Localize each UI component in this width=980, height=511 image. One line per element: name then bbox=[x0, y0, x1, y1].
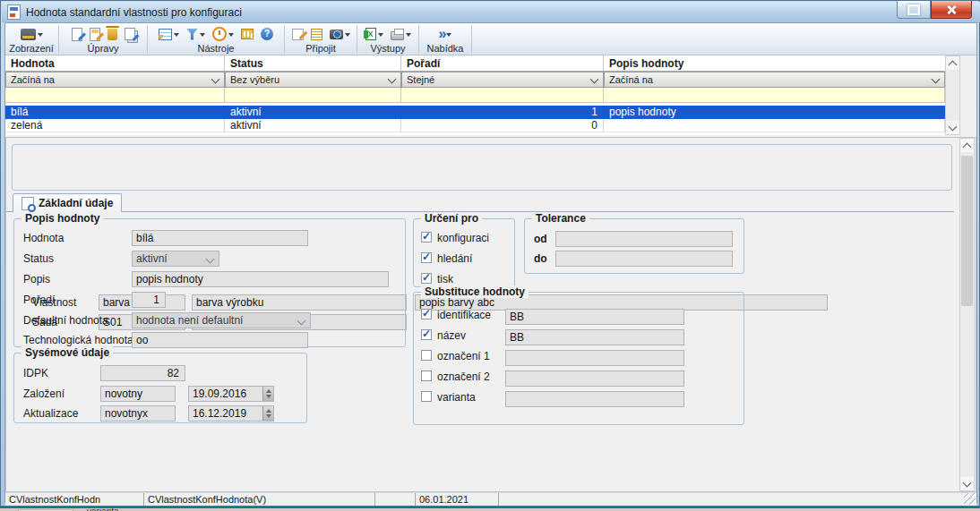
filter-operator-hodnota[interactable]: Začíná na bbox=[5, 72, 225, 88]
detail-scrollbar-thumb[interactable] bbox=[961, 156, 973, 306]
technologicka-hodnota-field[interactable]: oo bbox=[132, 332, 308, 348]
screen: Hodnota standardní vlastnosti pro konfig… bbox=[0, 0, 980, 511]
zalozeni-date-field[interactable]: 19.09.2016 bbox=[188, 386, 274, 402]
app-window: Hodnota standardní vlastnosti pro konfig… bbox=[0, 0, 980, 507]
defaultni-hodnota-dropdown[interactable]: hodnota není defaultní bbox=[132, 312, 311, 328]
history-button[interactable] bbox=[211, 26, 236, 42]
edit-record-button[interactable] bbox=[88, 27, 102, 42]
do-label: do bbox=[534, 252, 547, 265]
note-button[interactable] bbox=[290, 28, 305, 41]
aktualizace-date-field[interactable]: 16.12.2019 bbox=[188, 405, 274, 422]
capture-icon bbox=[330, 30, 343, 39]
filter-operator-popis[interactable]: Začíná na bbox=[604, 72, 945, 88]
excel-export-button[interactable]: X bbox=[364, 27, 385, 41]
grid-scroll-down-button[interactable] bbox=[946, 121, 959, 134]
chevron-down-icon bbox=[446, 33, 451, 39]
oznaceni-2-checkbox[interactable] bbox=[421, 370, 432, 381]
detail-scrollbar[interactable] bbox=[959, 138, 975, 491]
date-spinner[interactable] bbox=[262, 406, 273, 421]
toolbar-group-nabidka: » Nabídka bbox=[420, 23, 470, 55]
filter-button[interactable] bbox=[185, 28, 207, 41]
toolbar: Zobrazení Úpravy bbox=[5, 23, 976, 55]
varianta-checkbox[interactable] bbox=[421, 391, 432, 402]
filter-operator-poradi[interactable]: Stejné bbox=[401, 72, 604, 88]
list-icon bbox=[311, 29, 322, 40]
identifikace-field[interactable]: BB bbox=[505, 309, 684, 325]
help-button[interactable]: ? bbox=[259, 27, 275, 41]
date-spinner[interactable] bbox=[262, 387, 273, 401]
filter-input-poradi[interactable] bbox=[401, 88, 604, 103]
group-substituce-hodnoty: Substituce hodnoty identifikace BB název… bbox=[413, 292, 744, 425]
menu-button[interactable]: » bbox=[437, 27, 454, 41]
chart-button[interactable] bbox=[239, 28, 255, 40]
help-icon: ? bbox=[261, 28, 273, 40]
od-field[interactable] bbox=[555, 231, 733, 247]
status-label: Status bbox=[23, 252, 54, 265]
toolbar-separator bbox=[418, 25, 419, 53]
chevron-down-icon bbox=[200, 33, 205, 39]
list-button[interactable] bbox=[309, 28, 324, 41]
oznaceni-2-field[interactable] bbox=[505, 370, 684, 387]
detail-scroll-up-button[interactable] bbox=[960, 139, 974, 152]
nazev-checkbox[interactable] bbox=[421, 329, 432, 340]
delete-record-icon bbox=[107, 29, 117, 40]
group-title: Substituce hodnoty bbox=[421, 285, 529, 298]
excel-export-icon: X bbox=[365, 28, 376, 40]
oznaceni-1-checkbox[interactable] bbox=[421, 350, 432, 361]
popis-field[interactable]: popis hodnoty bbox=[132, 271, 389, 287]
status-dropdown[interactable]: aktivní bbox=[132, 251, 219, 267]
detail-scroll-down-button[interactable] bbox=[960, 477, 974, 490]
tisk-checkbox[interactable] bbox=[421, 273, 432, 284]
grid-scrollbar[interactable] bbox=[945, 55, 960, 135]
column-header-popis[interactable]: Popis hodnoty bbox=[604, 55, 945, 71]
toolbar-separator bbox=[284, 25, 285, 53]
capture-button[interactable] bbox=[328, 29, 352, 40]
tab-zakladni-udaje[interactable]: Základní údaje bbox=[13, 193, 122, 212]
status-value: aktivní bbox=[136, 252, 168, 265]
menu-arrows-icon: » bbox=[439, 28, 445, 40]
filter-operator-status[interactable]: Bez výběru bbox=[225, 72, 401, 88]
konfiguraci-checkbox[interactable] bbox=[421, 232, 432, 243]
table-filter-button[interactable] bbox=[157, 28, 181, 41]
title-bar[interactable]: Hodnota standardní vlastnosti pro konfig… bbox=[2, 2, 980, 22]
new-record-button[interactable] bbox=[70, 27, 84, 42]
close-button[interactable] bbox=[931, 1, 972, 19]
zalozeni-user-field[interactable]: novotny bbox=[100, 386, 176, 402]
column-header-poradi[interactable]: Pořadí bbox=[401, 55, 604, 71]
filter-input-hodnota[interactable] bbox=[5, 88, 225, 103]
oznaceni-1-field[interactable] bbox=[505, 350, 684, 366]
identifikace-checkbox[interactable] bbox=[421, 309, 432, 319]
popis-label: Popis bbox=[23, 273, 50, 285]
delete-record-button[interactable] bbox=[106, 28, 119, 41]
column-header-status[interactable]: Status bbox=[225, 55, 401, 71]
maximize-button[interactable] bbox=[897, 1, 931, 19]
nazev-field[interactable]: BB bbox=[505, 329, 684, 345]
table-row[interactable]: bílá aktivní 1 popis hodnoty bbox=[5, 106, 945, 119]
varianta-field[interactable] bbox=[505, 391, 684, 407]
copy-record-button[interactable] bbox=[123, 27, 137, 41]
group-title: Popis hodnoty bbox=[21, 212, 103, 225]
idpk-field[interactable]: 82 bbox=[100, 365, 185, 381]
filter-input-status[interactable] bbox=[225, 88, 401, 103]
chevron-down-icon bbox=[378, 33, 383, 39]
poradi-field[interactable]: 1 bbox=[132, 292, 166, 308]
toolbar-group-label: Nabídka bbox=[420, 43, 470, 54]
do-field[interactable] bbox=[555, 251, 733, 267]
view-menu-button[interactable] bbox=[19, 28, 45, 41]
filter-input-popis[interactable] bbox=[604, 88, 945, 103]
chevron-up-icon bbox=[963, 142, 972, 151]
defaultni-hodnota-label: Defaultní hodnota bbox=[23, 314, 108, 327]
resize-grip[interactable] bbox=[964, 493, 976, 505]
chevron-down-icon bbox=[174, 33, 179, 39]
column-header-hodnota[interactable]: Hodnota bbox=[5, 55, 225, 71]
status-bar: CVlastnostKonfHodn CVlastnostKonfHodnota… bbox=[5, 492, 976, 506]
zalozeni-date-value: 19.09.2016 bbox=[193, 388, 246, 400]
print-button[interactable] bbox=[389, 28, 413, 41]
hledani-checkbox[interactable] bbox=[421, 252, 432, 263]
toolbar-group-nastroje: ? Nástroje bbox=[149, 23, 283, 55]
chevron-down-icon bbox=[211, 75, 220, 84]
grid-scroll-up-button[interactable] bbox=[946, 56, 959, 70]
table-row[interactable]: zelená aktivní 0 bbox=[5, 119, 945, 132]
hodnota-field[interactable]: bílá bbox=[132, 230, 308, 246]
aktualizace-user-field[interactable]: novotnyx bbox=[100, 405, 176, 422]
